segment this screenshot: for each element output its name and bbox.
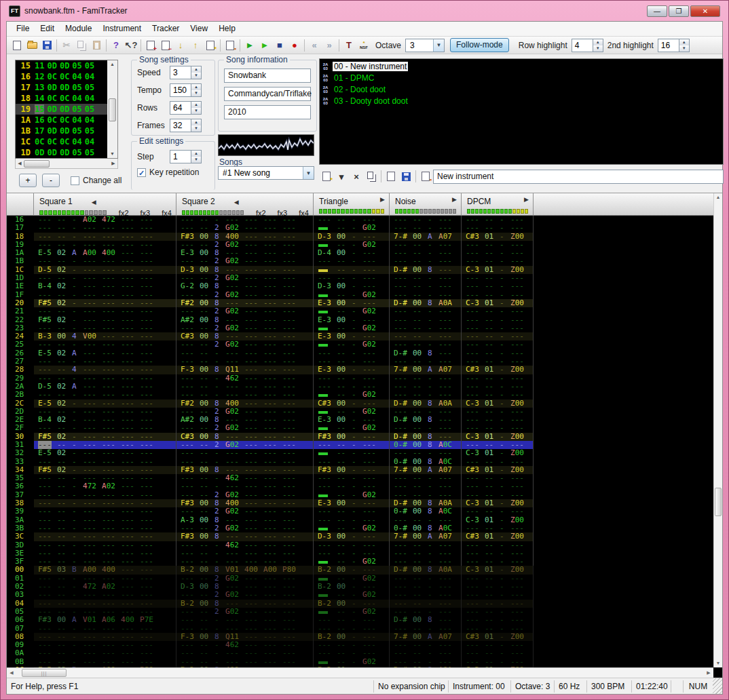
menu-item-help[interactable]: Help bbox=[213, 22, 241, 35]
pattern-cell-noise[interactable]: --------- bbox=[390, 541, 462, 549]
record-icon[interactable]: ● bbox=[287, 39, 302, 52]
pattern-cell-sq1[interactable]: ------472A02------ bbox=[34, 482, 176, 490]
frame-row[interactable]: 16120C0C0404 bbox=[16, 71, 107, 82]
pattern-cell-triangle[interactable]: --------- bbox=[314, 649, 390, 657]
pattern-cell-sq2[interactable]: G-2008------------ bbox=[176, 282, 314, 290]
pattern-cell-triangle[interactable]: E-300---- bbox=[314, 316, 390, 324]
scrollbar-thumb[interactable] bbox=[24, 160, 50, 168]
frame-row[interactable]: 1D0D0D0D0505 bbox=[16, 147, 107, 158]
channel-header-noise[interactable]: Noise▶ bbox=[390, 193, 462, 216]
pattern-cell-noise[interactable]: --------- bbox=[390, 307, 462, 315]
collapse-fx-icon[interactable]: ◀ bbox=[234, 199, 239, 206]
pattern-cell-sq2[interactable]: -----2G02--------- bbox=[176, 257, 314, 265]
open-file-icon[interactable] bbox=[24, 39, 39, 52]
speed-spinner[interactable]: 3▲▼ bbox=[170, 66, 202, 79]
pattern-cell-dpcm[interactable]: --------- bbox=[462, 482, 534, 490]
remove-frame-icon[interactable]: − bbox=[158, 39, 173, 52]
pattern-cell-triangle[interactable]: --------- bbox=[314, 482, 390, 490]
pattern-cell-triangle[interactable]: --------- bbox=[314, 507, 390, 516]
spin-up-icon[interactable]: ▲ bbox=[191, 84, 201, 90]
pattern-cell-noise[interactable]: D-#008A0A bbox=[390, 566, 462, 574]
menu-item-module[interactable]: Module bbox=[60, 22, 97, 35]
instrument-list[interactable]: 2A0300 - New instrument2A0301 - DPMC2A03… bbox=[319, 58, 724, 165]
save-instrument-icon[interactable] bbox=[398, 170, 413, 183]
move-frame-down-icon[interactable]: ↓ bbox=[173, 39, 188, 52]
pattern-cell-noise[interactable]: D-#008A0A bbox=[390, 400, 462, 408]
pattern-cell-triangle[interactable]: D-300---- bbox=[314, 532, 390, 541]
menu-item-instrument[interactable]: Instrument bbox=[97, 22, 147, 35]
pattern-cell-triangle[interactable]: --------- bbox=[314, 257, 390, 265]
spin-down-icon[interactable]: ▼ bbox=[191, 157, 201, 163]
second-highlight-arrows[interactable]: ▲▼ bbox=[679, 39, 690, 52]
song-name-field[interactable]: Snowbank bbox=[224, 69, 311, 83]
play-pattern-icon[interactable]: ► bbox=[257, 39, 272, 52]
pattern-cell-sq1[interactable]: ------------------ bbox=[34, 257, 176, 265]
channel-header-triangle[interactable]: Triangle▶ bbox=[314, 193, 390, 216]
instrument-item[interactable]: 2A0300 - New instrument bbox=[320, 60, 723, 72]
step-arrows[interactable]: ▲▼ bbox=[191, 150, 202, 163]
menu-item-tracker[interactable]: Tracker bbox=[147, 22, 185, 35]
pattern-cell-triangle[interactable]: ---G02 bbox=[314, 591, 390, 599]
pattern-cell-dpcm[interactable]: --------- bbox=[462, 616, 534, 624]
pattern-cell-triangle[interactable]: E-300---- bbox=[314, 366, 390, 374]
pattern-cell-dpcm[interactable]: --------- bbox=[462, 307, 534, 315]
duplicate-frame-icon[interactable]: * bbox=[203, 39, 218, 52]
help-icon[interactable]: ? bbox=[109, 39, 124, 52]
paste-icon[interactable] bbox=[89, 39, 104, 52]
pattern-cell-sq1[interactable]: F#502------------- bbox=[34, 316, 176, 324]
pattern-cell-dpcm[interactable]: --------- bbox=[462, 649, 534, 657]
stop-icon[interactable]: ■ bbox=[272, 39, 287, 52]
spinner-arrows[interactable]: ▲▼ bbox=[191, 83, 202, 97]
spin-down-icon[interactable]: ▼ bbox=[191, 90, 201, 96]
pattern-cell-noise[interactable]: 7-#00AA07 bbox=[390, 233, 462, 241]
pattern-cell-noise[interactable]: 0-#008A0C bbox=[390, 507, 462, 516]
spinner-arrows[interactable]: ▲▼ bbox=[191, 119, 202, 132]
expand-fx-icon[interactable]: ▶ bbox=[452, 196, 457, 203]
pattern-cell-noise[interactable]: 7-#00AA07 bbox=[390, 366, 462, 374]
pattern-cell-dpcm[interactable]: --------- bbox=[462, 341, 534, 349]
new-instrument-icon[interactable]: * bbox=[319, 170, 334, 183]
next-frame-icon[interactable]: » bbox=[322, 39, 337, 52]
pattern-cell-sq2[interactable]: F#3008------------ bbox=[176, 532, 314, 541]
frame-remove-button[interactable]: - bbox=[42, 174, 60, 187]
pattern-cell-sq2[interactable]: -----2G02--------- bbox=[176, 424, 314, 432]
spin-up-icon[interactable]: ▲ bbox=[191, 119, 201, 125]
pattern-cell-dpcm[interactable]: --------- bbox=[462, 316, 534, 324]
pattern-cell-dpcm[interactable]: C-301-Z00 bbox=[462, 400, 534, 408]
module-properties-icon[interactable]: ▪ bbox=[223, 39, 238, 52]
pattern-cell-sq1[interactable]: E-502------------- bbox=[34, 449, 176, 457]
pattern-cell-dpcm[interactable]: C-301-Z00 bbox=[462, 449, 534, 457]
pattern-cell-sq2[interactable]: F#3008400--------- bbox=[176, 233, 314, 241]
pattern-vertical-scrollbar[interactable]: ▲ ▼ bbox=[713, 193, 722, 667]
spin-down-icon[interactable]: ▼ bbox=[191, 108, 201, 114]
scroll-down-icon[interactable]: ▼ bbox=[110, 150, 115, 158]
pattern-cell-sq2[interactable]: F-3008Q11--------- bbox=[176, 366, 314, 374]
pattern-cell-noise[interactable]: --------- bbox=[390, 649, 462, 657]
pattern-cell-noise[interactable]: --------- bbox=[390, 282, 462, 290]
maximize-button[interactable]: ❐ bbox=[669, 5, 689, 17]
pattern-cell-noise[interactable]: --------- bbox=[390, 341, 462, 349]
step-spinner[interactable]: 1 ▲▼ bbox=[170, 150, 202, 163]
add-frame-icon[interactable]: + bbox=[143, 39, 158, 52]
checkbox-checked-icon[interactable]: ✓ bbox=[137, 168, 146, 177]
channel-header-dpcm[interactable]: DPCM▶ bbox=[462, 193, 534, 216]
spin-down-icon[interactable]: ▼ bbox=[593, 45, 603, 52]
export-nsf-icon[interactable]: *NSF bbox=[356, 39, 371, 52]
instrument-item[interactable]: 2A0302 - Doot doot bbox=[320, 83, 723, 95]
pattern-cell-sq2[interactable]: F#2008400--------- bbox=[176, 400, 314, 408]
pattern-cell-sq1[interactable]: -----4------------ bbox=[34, 366, 176, 374]
pattern-cell-sq1[interactable]: ------------------ bbox=[34, 532, 176, 541]
pattern-cell-triangle[interactable]: D-300---- bbox=[314, 282, 390, 290]
change-all-checkbox[interactable]: Change all bbox=[71, 176, 122, 185]
scrollbar-thumb[interactable] bbox=[715, 488, 722, 516]
spin-up-icon[interactable]: ▲ bbox=[191, 66, 201, 73]
rows-spinner[interactable]: 64▲▼ bbox=[170, 101, 202, 115]
pattern-horizontal-scrollbar[interactable]: ◀ ||| ▶ bbox=[7, 667, 713, 678]
pattern-cell-sq1[interactable]: ------------------ bbox=[34, 507, 176, 516]
pattern-cell-sq2[interactable]: ------------------ bbox=[176, 616, 314, 624]
resize-grip[interactable] bbox=[713, 678, 722, 694]
scroll-left-icon[interactable]: ◀ bbox=[16, 161, 24, 166]
pattern-cell-noise[interactable]: --------- bbox=[390, 424, 462, 432]
frame-row[interactable]: 1B170D0D0505 bbox=[16, 125, 107, 136]
copy-icon[interactable] bbox=[74, 39, 89, 52]
